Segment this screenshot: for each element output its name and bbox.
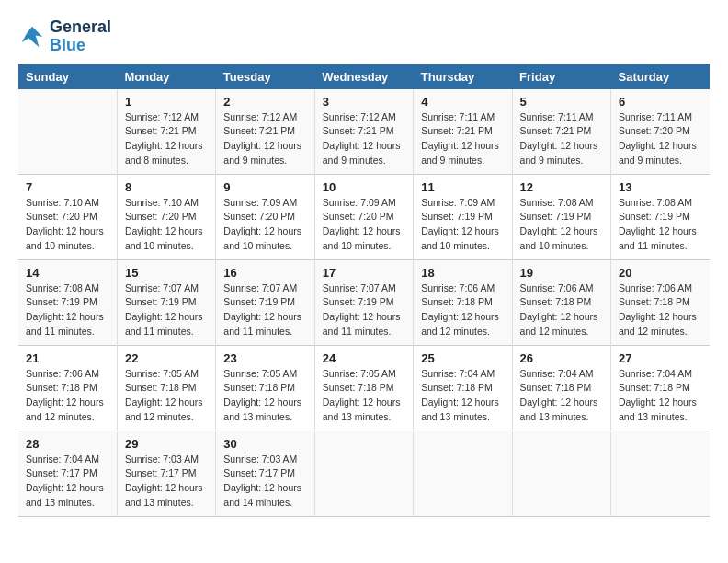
- day-number: 28: [26, 437, 109, 451]
- calendar-cell: 19Sunrise: 7:06 AM Sunset: 7:18 PM Dayli…: [512, 259, 610, 345]
- calendar-cell: 26Sunrise: 7:04 AM Sunset: 7:18 PM Dayli…: [512, 345, 610, 431]
- day-number: 26: [520, 351, 603, 365]
- week-row-1: 1Sunrise: 7:12 AM Sunset: 7:21 PM Daylig…: [18, 89, 710, 175]
- day-number: 18: [421, 266, 504, 280]
- calendar-cell: [314, 431, 413, 516]
- page-header: General Blue: [18, 18, 710, 55]
- calendar-cell: 12Sunrise: 7:08 AM Sunset: 7:19 PM Dayli…: [512, 174, 610, 259]
- day-info: Sunrise: 7:09 AM Sunset: 7:19 PM Dayligh…: [421, 196, 504, 254]
- day-info: Sunrise: 7:11 AM Sunset: 7:21 PM Dayligh…: [520, 110, 603, 168]
- day-number: 1: [125, 95, 208, 109]
- calendar-cell: 15Sunrise: 7:07 AM Sunset: 7:19 PM Dayli…: [117, 259, 215, 345]
- logo-text: General Blue: [50, 18, 111, 55]
- calendar-cell: 14Sunrise: 7:08 AM Sunset: 7:19 PM Dayli…: [18, 259, 117, 345]
- day-info: Sunrise: 7:06 AM Sunset: 7:18 PM Dayligh…: [421, 282, 504, 339]
- day-number: 6: [619, 95, 702, 109]
- day-info: Sunrise: 7:09 AM Sunset: 7:20 PM Dayligh…: [223, 196, 306, 254]
- calendar-table: SundayMondayTuesdayWednesdayThursdayFrid…: [18, 64, 710, 517]
- day-number: 19: [520, 266, 603, 280]
- day-info: Sunrise: 7:05 AM Sunset: 7:18 PM Dayligh…: [323, 367, 405, 425]
- calendar-cell: 18Sunrise: 7:06 AM Sunset: 7:18 PM Dayli…: [414, 259, 512, 345]
- calendar-cell: 8Sunrise: 7:10 AM Sunset: 7:20 PM Daylig…: [117, 174, 215, 259]
- day-info: Sunrise: 7:09 AM Sunset: 7:20 PM Dayligh…: [323, 196, 405, 254]
- calendar-cell: 20Sunrise: 7:06 AM Sunset: 7:18 PM Dayli…: [611, 259, 710, 345]
- day-number: 30: [223, 437, 306, 451]
- calendar-cell: 24Sunrise: 7:05 AM Sunset: 7:18 PM Dayli…: [314, 345, 413, 431]
- calendar-cell: 9Sunrise: 7:09 AM Sunset: 7:20 PM Daylig…: [216, 174, 314, 259]
- day-info: Sunrise: 7:05 AM Sunset: 7:18 PM Dayligh…: [125, 367, 208, 425]
- day-info: Sunrise: 7:12 AM Sunset: 7:21 PM Dayligh…: [125, 110, 208, 168]
- day-number: 24: [323, 351, 405, 365]
- day-info: Sunrise: 7:12 AM Sunset: 7:21 PM Dayligh…: [223, 110, 306, 168]
- day-number: 29: [125, 437, 208, 451]
- calendar-cell: 2Sunrise: 7:12 AM Sunset: 7:21 PM Daylig…: [216, 89, 314, 175]
- calendar-cell: 22Sunrise: 7:05 AM Sunset: 7:18 PM Dayli…: [117, 345, 215, 431]
- day-number: 3: [323, 95, 405, 109]
- calendar-cell: [18, 89, 117, 175]
- calendar-cell: 30Sunrise: 7:03 AM Sunset: 7:17 PM Dayli…: [216, 431, 314, 516]
- day-number: 15: [125, 266, 208, 280]
- day-number: 11: [421, 180, 504, 194]
- calendar-cell: 27Sunrise: 7:04 AM Sunset: 7:18 PM Dayli…: [611, 345, 710, 431]
- week-row-3: 14Sunrise: 7:08 AM Sunset: 7:19 PM Dayli…: [18, 259, 710, 345]
- day-info: Sunrise: 7:10 AM Sunset: 7:20 PM Dayligh…: [26, 196, 109, 254]
- day-info: Sunrise: 7:08 AM Sunset: 7:19 PM Dayligh…: [619, 196, 702, 254]
- day-number: 12: [520, 180, 603, 194]
- day-info: Sunrise: 7:06 AM Sunset: 7:18 PM Dayligh…: [26, 367, 109, 425]
- calendar-cell: 28Sunrise: 7:04 AM Sunset: 7:17 PM Dayli…: [18, 431, 117, 516]
- day-info: Sunrise: 7:04 AM Sunset: 7:18 PM Dayligh…: [619, 367, 702, 425]
- calendar-cell: [414, 431, 512, 516]
- calendar-header: SundayMondayTuesdayWednesdayThursdayFrid…: [18, 64, 710, 89]
- day-info: Sunrise: 7:12 AM Sunset: 7:21 PM Dayligh…: [323, 110, 405, 168]
- day-number: 4: [421, 95, 504, 109]
- header-cell-wednesday: Wednesday: [314, 64, 413, 89]
- day-number: 9: [223, 180, 306, 194]
- calendar-cell: [611, 431, 710, 516]
- calendar-cell: 21Sunrise: 7:06 AM Sunset: 7:18 PM Dayli…: [18, 345, 117, 431]
- day-number: 10: [323, 180, 405, 194]
- calendar-cell: 11Sunrise: 7:09 AM Sunset: 7:19 PM Dayli…: [414, 174, 512, 259]
- calendar-cell: 16Sunrise: 7:07 AM Sunset: 7:19 PM Dayli…: [216, 259, 314, 345]
- day-info: Sunrise: 7:03 AM Sunset: 7:17 PM Dayligh…: [223, 453, 306, 511]
- calendar-cell: 25Sunrise: 7:04 AM Sunset: 7:18 PM Dayli…: [414, 345, 512, 431]
- day-info: Sunrise: 7:07 AM Sunset: 7:19 PM Dayligh…: [323, 282, 405, 339]
- calendar-cell: 10Sunrise: 7:09 AM Sunset: 7:20 PM Dayli…: [314, 174, 413, 259]
- day-info: Sunrise: 7:08 AM Sunset: 7:19 PM Dayligh…: [520, 196, 603, 254]
- day-info: Sunrise: 7:04 AM Sunset: 7:17 PM Dayligh…: [26, 453, 109, 511]
- day-number: 20: [619, 266, 702, 280]
- day-number: 25: [421, 351, 504, 365]
- calendar-cell: 1Sunrise: 7:12 AM Sunset: 7:21 PM Daylig…: [117, 89, 215, 175]
- calendar-cell: 23Sunrise: 7:05 AM Sunset: 7:18 PM Dayli…: [216, 345, 314, 431]
- logo-icon: [18, 23, 46, 51]
- day-info: Sunrise: 7:11 AM Sunset: 7:21 PM Dayligh…: [421, 110, 504, 168]
- day-number: 22: [125, 351, 208, 365]
- header-row: SundayMondayTuesdayWednesdayThursdayFrid…: [18, 64, 710, 89]
- day-number: 5: [520, 95, 603, 109]
- calendar-cell: 7Sunrise: 7:10 AM Sunset: 7:20 PM Daylig…: [18, 174, 117, 259]
- day-info: Sunrise: 7:07 AM Sunset: 7:19 PM Dayligh…: [125, 282, 208, 339]
- header-cell-monday: Monday: [117, 64, 215, 89]
- day-number: 27: [619, 351, 702, 365]
- day-info: Sunrise: 7:08 AM Sunset: 7:19 PM Dayligh…: [26, 282, 109, 339]
- week-row-4: 21Sunrise: 7:06 AM Sunset: 7:18 PM Dayli…: [18, 345, 710, 431]
- header-cell-friday: Friday: [512, 64, 610, 89]
- day-info: Sunrise: 7:04 AM Sunset: 7:18 PM Dayligh…: [421, 367, 504, 425]
- day-info: Sunrise: 7:03 AM Sunset: 7:17 PM Dayligh…: [125, 453, 208, 511]
- day-number: 14: [26, 266, 109, 280]
- header-cell-saturday: Saturday: [611, 64, 710, 89]
- calendar-cell: [512, 431, 610, 516]
- day-info: Sunrise: 7:11 AM Sunset: 7:20 PM Dayligh…: [619, 110, 702, 168]
- day-number: 2: [223, 95, 306, 109]
- day-info: Sunrise: 7:10 AM Sunset: 7:20 PM Dayligh…: [125, 196, 208, 254]
- week-row-5: 28Sunrise: 7:04 AM Sunset: 7:17 PM Dayli…: [18, 431, 710, 516]
- calendar-cell: 5Sunrise: 7:11 AM Sunset: 7:21 PM Daylig…: [512, 89, 610, 175]
- day-info: Sunrise: 7:07 AM Sunset: 7:19 PM Dayligh…: [223, 282, 306, 339]
- calendar-cell: 13Sunrise: 7:08 AM Sunset: 7:19 PM Dayli…: [611, 174, 710, 259]
- calendar-cell: 3Sunrise: 7:12 AM Sunset: 7:21 PM Daylig…: [314, 89, 413, 175]
- day-number: 16: [223, 266, 306, 280]
- day-number: 13: [619, 180, 702, 194]
- calendar-cell: 6Sunrise: 7:11 AM Sunset: 7:20 PM Daylig…: [611, 89, 710, 175]
- day-info: Sunrise: 7:04 AM Sunset: 7:18 PM Dayligh…: [520, 367, 603, 425]
- day-number: 8: [125, 180, 208, 194]
- calendar-cell: 29Sunrise: 7:03 AM Sunset: 7:17 PM Dayli…: [117, 431, 215, 516]
